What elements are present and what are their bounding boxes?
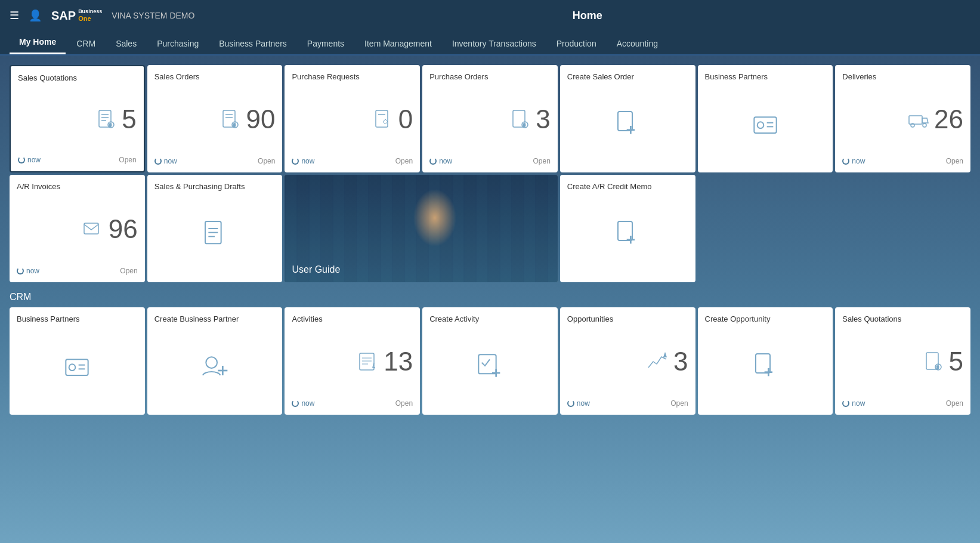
svg-point-38 bbox=[206, 357, 217, 369]
tile-ar-invoices[interactable]: A/R Invoices 96 now Open bbox=[10, 175, 145, 282]
tile-title: Business Partners bbox=[705, 72, 826, 82]
orders-icon: $ bbox=[220, 109, 241, 130]
refresh-icon[interactable] bbox=[17, 267, 24, 274]
refresh-icon[interactable] bbox=[154, 158, 162, 165]
time-label: now bbox=[301, 157, 314, 165]
empty-tile-1 bbox=[698, 175, 833, 282]
time-label: now bbox=[301, 399, 314, 408]
tile-title: Sales & Purchasing Drafts bbox=[154, 182, 276, 192]
tile-footer: now Open bbox=[842, 157, 963, 165]
doc-plus-icon bbox=[613, 219, 642, 248]
time-label: now bbox=[27, 156, 41, 164]
tile-count: 90 bbox=[246, 106, 275, 132]
status-label: Open bbox=[119, 156, 136, 164]
top-bar: ☰ 👤 SAP Business One VINA SYSTEM DEMO Ho… bbox=[0, 0, 980, 31]
invoice-icon: $ bbox=[509, 109, 531, 130]
time-label: now bbox=[439, 157, 452, 165]
refresh-icon[interactable] bbox=[842, 400, 849, 407]
person-card-icon bbox=[63, 351, 91, 380]
svg-point-20 bbox=[758, 122, 764, 129]
nav-bar: My Home CRM Sales Purchasing Business Pa… bbox=[0, 31, 980, 55]
crm-tile-create-opportunity[interactable]: Create Opportunity bbox=[698, 307, 833, 415]
tile-create-sales-order[interactable]: Create Sales Order bbox=[560, 65, 695, 172]
tile-title: Create Business Partner bbox=[154, 314, 276, 325]
refresh-icon[interactable] bbox=[429, 158, 437, 165]
crm-tile-activities[interactable]: Activities 13 now Open bbox=[285, 307, 420, 415]
user-icon[interactable]: 👤 bbox=[29, 9, 42, 22]
tile-title: Create A/R Credit Memo bbox=[567, 182, 688, 192]
tile-title: Purchase Orders bbox=[429, 72, 551, 82]
tile-count: 5 bbox=[949, 348, 963, 375]
svg-text:$: $ bbox=[523, 123, 525, 127]
tile-title: Create Activity bbox=[429, 314, 551, 325]
tile-count: 96 bbox=[109, 216, 138, 242]
refresh-icon[interactable] bbox=[292, 158, 299, 165]
doc-icon bbox=[200, 219, 229, 248]
time-label: now bbox=[577, 399, 590, 408]
invoice-icon: $ bbox=[923, 351, 944, 372]
tile-footer: now Open bbox=[292, 399, 413, 408]
refresh-icon[interactable] bbox=[292, 400, 299, 407]
tile-sales-orders[interactable]: Sales Orders $ 90 now Open bbox=[147, 65, 283, 172]
nav-item-purchasing[interactable]: Purchasing bbox=[147, 33, 208, 54]
check-plus-icon bbox=[475, 351, 504, 380]
tile-body: 26 bbox=[842, 101, 963, 137]
nav-item-inventory[interactable]: Inventory Transactions bbox=[443, 33, 546, 54]
nav-item-myhome[interactable]: My Home bbox=[10, 31, 66, 54]
crm-tile-create-activity[interactable]: Create Activity bbox=[422, 307, 558, 415]
hamburger-icon[interactable]: ☰ bbox=[10, 9, 19, 22]
tile-create-ar-credit-memo[interactable]: Create A/R Credit Memo bbox=[560, 175, 695, 282]
tile-sales-quotations[interactable]: Sales Quotations $ 5 now Open bbox=[10, 65, 145, 172]
tile-footer: now Open bbox=[18, 156, 137, 164]
tile-purchase-requests[interactable]: Purchase Requests 0 now Open bbox=[285, 65, 420, 172]
checklist-icon bbox=[357, 351, 379, 372]
tile-business-partners[interactable]: Business Partners bbox=[698, 65, 833, 172]
svg-point-25 bbox=[923, 124, 926, 127]
nav-item-item-mgmt[interactable]: Item Management bbox=[355, 33, 441, 54]
time-label: now bbox=[26, 267, 39, 275]
status-label: Open bbox=[670, 399, 688, 408]
truck-icon bbox=[908, 109, 929, 130]
time-label: now bbox=[852, 157, 865, 165]
tile-footer: now Open bbox=[567, 399, 688, 408]
tile-footer: now Open bbox=[154, 157, 276, 165]
tile-footer: now Open bbox=[17, 267, 138, 275]
doc-plus-icon bbox=[613, 109, 642, 138]
refresh-icon[interactable] bbox=[842, 158, 849, 165]
tile-user-guide[interactable]: User Guide bbox=[285, 175, 557, 282]
refresh-icon[interactable] bbox=[567, 400, 574, 407]
crm-tile-business-partners[interactable]: Business Partners bbox=[10, 307, 145, 415]
tile-body: $ 90 bbox=[154, 101, 276, 137]
svg-rect-41 bbox=[360, 353, 374, 370]
svg-text:$: $ bbox=[233, 123, 236, 127]
tile-title: Opportunities bbox=[567, 314, 688, 325]
page-title: Home bbox=[204, 10, 970, 22]
tile-purchase-orders[interactable]: Purchase Orders $ 3 now Open bbox=[422, 65, 558, 172]
tile-sales-purchasing-drafts[interactable]: Sales & Purchasing Drafts bbox=[147, 175, 283, 282]
nav-item-sales[interactable]: Sales bbox=[106, 33, 146, 54]
tile-deliveries[interactable]: Deliveries 26 now Open bbox=[835, 65, 970, 172]
refresh-icon[interactable] bbox=[18, 156, 25, 163]
crm-tiles-row: Business Partners Create Business Partne… bbox=[10, 307, 970, 415]
sap-logo: SAP Business One bbox=[51, 9, 102, 23]
crm-tile-opportunities[interactable]: Opportunities 3 now Open bbox=[560, 307, 695, 415]
crm-tile-sales-quotations[interactable]: Sales Quotations $ 5 now Open bbox=[835, 307, 970, 415]
empty-tile-2 bbox=[835, 175, 970, 282]
crm-tile-create-bp[interactable]: Create Business Partner bbox=[147, 307, 283, 415]
doc-plus2-icon bbox=[751, 351, 780, 380]
nav-item-bp[interactable]: Business Partners bbox=[209, 33, 296, 54]
nav-item-accounting[interactable]: Accounting bbox=[607, 33, 667, 54]
nav-item-payments[interactable]: Payments bbox=[298, 33, 354, 54]
nav-item-production[interactable]: Production bbox=[547, 33, 606, 54]
invoice-icon: $ bbox=[95, 109, 117, 130]
tile-footer: now Open bbox=[429, 157, 551, 165]
tile-count: 3 bbox=[673, 348, 688, 375]
svg-rect-23 bbox=[909, 116, 922, 124]
svg-rect-26 bbox=[84, 223, 98, 234]
tile-title: Purchase Requests bbox=[292, 72, 413, 82]
tile-body: 0 bbox=[292, 101, 413, 137]
nav-item-crm[interactable]: CRM bbox=[67, 33, 105, 54]
tile-title: Create Opportunity bbox=[705, 314, 826, 325]
tile-title: Activities bbox=[292, 314, 413, 325]
user-guide-label: User Guide bbox=[292, 264, 550, 275]
